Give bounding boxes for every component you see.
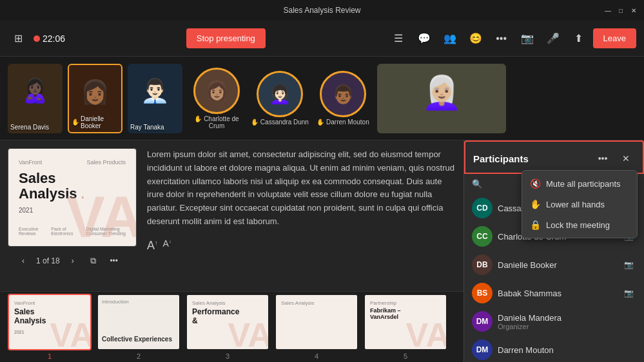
- participant-item-danielle[interactable]: DB Danielle Booker 📷: [464, 251, 644, 279]
- lock-meeting-button[interactable]: 🔒 Lock the meeting: [522, 214, 637, 235]
- lower-hands-button[interactable]: ✋ Lower all hands: [522, 194, 637, 214]
- video-thumb-danielle[interactable]: 👩🏾 ✋ Danielle Booker: [68, 64, 122, 133]
- thumb-inner-2: Introduction Collective Experiences: [98, 295, 179, 349]
- thumbnail-5[interactable]: Partnership Fabrikam –VanArsdel VA 5: [364, 294, 447, 360]
- video-thumb-charlotte[interactable]: 👩🏽 ✋ Charlotte de Crum: [188, 64, 246, 133]
- mute-all-label: Mute all participants: [546, 179, 621, 189]
- thumb-slide-4: Sales Analysis: [275, 294, 358, 350]
- top-bar-actions: ☰ 💬 👥 😊 ••• 📷 🎤 ⬆ Leave: [387, 27, 636, 50]
- hand-lower-icon: ✋: [530, 199, 541, 209]
- stop-presenting-button[interactable]: Stop presenting: [186, 28, 266, 48]
- window-title: Sales Analysis Review: [283, 6, 360, 15]
- thumb-number-5: 5: [364, 352, 447, 360]
- name-danielle: Danielle Booker: [498, 260, 616, 270]
- avatar-cassandra: CD: [472, 198, 493, 218]
- next-slide-button[interactable]: ›: [65, 253, 81, 269]
- participant-item-darren[interactable]: DM Darren Mouton: [464, 336, 644, 362]
- info-danielle: Danielle Booker: [498, 260, 616, 270]
- info-daniela: Daniela Mandera Organizer: [498, 313, 631, 330]
- video-strip: 🙎🏿‍♀️ Serena Davis 👩🏾 ✋ Danielle Booker …: [0, 57, 644, 140]
- lock-meeting-label: Lock the meeting: [546, 220, 610, 230]
- thumbnail-4[interactable]: Sales Analysis 4: [275, 294, 358, 360]
- name-babak: Babak Shammas: [498, 289, 616, 298]
- participants-title: Participants: [473, 153, 589, 164]
- menu-icon[interactable]: ☰: [387, 27, 410, 50]
- cam-icon-danielle[interactable]: 📷: [621, 257, 636, 272]
- avatar-darren: DM: [472, 339, 493, 360]
- minimize-button[interactable]: —: [603, 5, 613, 15]
- lock-icon: 🔒: [530, 220, 541, 230]
- thumb-slide-5: Partnership Fabrikam –VanArsdel VA: [364, 294, 447, 350]
- presentation-area: VanFront Sales Products Sales Analysis .…: [0, 140, 463, 362]
- mic-off-icon: 🔇: [530, 178, 541, 189]
- camera-icon[interactable]: 📷: [516, 27, 539, 50]
- microphone-icon[interactable]: 🎤: [542, 27, 565, 50]
- participant-label-charlotte: ✋ Charlotte de Crum: [188, 115, 246, 129]
- video-circle-charlotte: 👩🏽: [193, 68, 240, 114]
- slide-bg-letter: VA: [66, 188, 137, 246]
- share-icon[interactable]: ⬆: [567, 27, 590, 50]
- people-icon[interactable]: 👥: [438, 27, 462, 50]
- chat-icon[interactable]: 💬: [413, 27, 436, 50]
- thumbnail-2[interactable]: Introduction Collective Experiences 2: [97, 294, 181, 360]
- participant-item-babak[interactable]: BS Babak Shammas 📷: [464, 279, 644, 307]
- main-area: VanFront Sales Products Sales Analysis .…: [0, 140, 644, 362]
- text-decrease-button[interactable]: A↓: [163, 236, 171, 255]
- window-controls: — □ ✕: [603, 5, 639, 15]
- participant-label-cassandra: ✋ Cassandra Dunn: [251, 119, 309, 126]
- more-slide-options[interactable]: •••: [106, 253, 122, 269]
- title-bar: Sales Analysis Review — □ ✕: [0, 0, 644, 21]
- info-babak: Babak Shammas: [498, 289, 616, 298]
- participants-panel: Participants ••• ✕ 🔇 Mute all participan…: [463, 140, 644, 362]
- info-darren: Darren Mouton: [498, 345, 636, 355]
- thumbnail-1[interactable]: VanFront SalesAnalysis 2021 VA 1: [8, 294, 92, 360]
- thumb-slide-1: VanFront SalesAnalysis 2021 VA: [8, 294, 92, 350]
- text-increase-button[interactable]: A↑: [147, 236, 158, 255]
- thumb-collective-title: Collective Experiences: [102, 336, 172, 343]
- cam-icon-babak[interactable]: 📷: [621, 285, 636, 301]
- avatar-daniela: DM: [472, 311, 493, 332]
- slide-nav: ‹ 1 of 18 › ⧉ •••: [8, 251, 137, 274]
- maximize-button[interactable]: □: [616, 5, 626, 15]
- prev-slide-button[interactable]: ‹: [15, 253, 31, 269]
- name-darren: Darren Mouton: [498, 345, 636, 355]
- top-bar: ⊞ 22:06 Stop presenting ☰ 💬 👥 😊 ••• 📷 🎤 …: [0, 21, 644, 57]
- role-daniela: Organizer: [498, 323, 631, 330]
- participants-more-button[interactable]: •••: [594, 149, 612, 167]
- reaction-icon[interactable]: 😊: [464, 27, 487, 50]
- slide-counter: 1 of 18: [36, 256, 60, 265]
- participants-header: Participants ••• ✕ 🔇 Mute all participan…: [464, 140, 644, 174]
- thumb-number-3: 3: [186, 352, 269, 360]
- copy-slide-button[interactable]: ⧉: [86, 253, 101, 269]
- video-circle-cassandra: 👩🏻‍🦱: [257, 71, 303, 117]
- participant-label-darren: ✋ Darren Mouton: [317, 119, 369, 126]
- grid-icon[interactable]: ⊞: [8, 28, 28, 49]
- name-daniela: Daniela Mandera: [498, 313, 631, 323]
- thumb-number-4: 4: [275, 352, 358, 360]
- slide-subtitle: Sales Products: [86, 159, 126, 166]
- leave-button[interactable]: Leave: [593, 28, 636, 48]
- presentation-body-text: Lorem ipsum dolor sit amet, consectetur …: [147, 148, 456, 283]
- mute-all-button[interactable]: 🔇 Mute all participants: [522, 173, 637, 194]
- thumb-slide-3: Sales Analysis Performance& VA: [186, 294, 269, 350]
- close-button[interactable]: ✕: [629, 5, 639, 15]
- slide-brand: VanFront: [19, 159, 42, 166]
- participants-close-button[interactable]: ✕: [617, 149, 635, 167]
- thumbnail-3[interactable]: Sales Analysis Performance& VA 3: [186, 294, 269, 360]
- participant-item-daniela[interactable]: DM Daniela Mandera Organizer: [464, 307, 644, 336]
- thumb-inner-5: Partnership Fabrikam –VanArsdel VA: [365, 295, 446, 349]
- video-thumb-serena[interactable]: 🙎🏿‍♀️ Serena Davis: [8, 64, 63, 133]
- lower-hands-label: Lower all hands: [546, 200, 605, 209]
- participants-dropdown-menu: 🔇 Mute all participants ✋ Lower all hand…: [522, 170, 638, 238]
- actions-babak: 📷: [621, 285, 636, 301]
- video-thumb-ray[interactable]: 👨🏻‍💼 Ray Tanaka: [128, 64, 182, 133]
- video-thumb-darren[interactable]: 👨🏾 ✋ Darren Mouton: [314, 64, 372, 133]
- call-timer: 22:06: [34, 33, 65, 44]
- video-thumb-rightmost[interactable]: 👩🏼‍🦳: [377, 64, 506, 133]
- participant-label-serena: Serena Davis: [10, 124, 49, 131]
- avatar-babak: BS: [472, 283, 493, 303]
- thumbnail-strip: VanFront SalesAnalysis 2021 VA 1 Introdu…: [0, 291, 463, 362]
- video-thumb-cassandra[interactable]: 👩🏻‍🦱 ✋ Cassandra Dunn: [251, 64, 309, 133]
- thumb-inner-1: VanFront SalesAnalysis 2021 VA: [9, 295, 90, 349]
- more-options-icon[interactable]: •••: [490, 27, 513, 50]
